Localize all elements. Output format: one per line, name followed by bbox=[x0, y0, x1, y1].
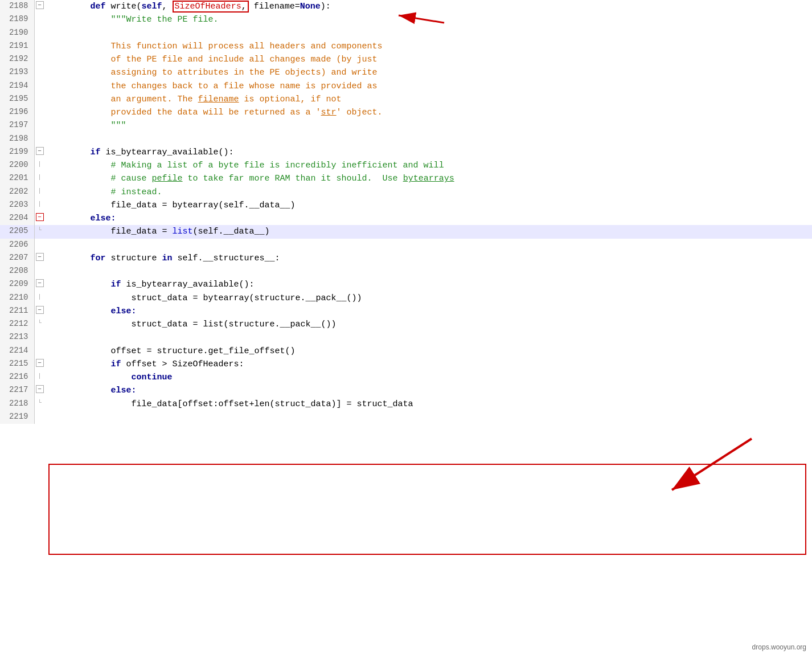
line-number: 2218 bbox=[0, 398, 34, 411]
table-row: 2192 of the PE file and include all chan… bbox=[0, 53, 812, 66]
fold-col[interactable]: − bbox=[34, 252, 45, 265]
line-number: 2210 bbox=[0, 292, 34, 305]
line-number: 2201 bbox=[0, 172, 34, 185]
fold-col[interactable]: − bbox=[34, 146, 45, 159]
table-row: 2210 | struct_data = bytearray(structure… bbox=[0, 292, 812, 305]
code-line: struct_data = list(structure.__pack__()) bbox=[45, 318, 812, 331]
fold-col bbox=[34, 53, 45, 66]
table-row: 2197 """ bbox=[0, 119, 812, 132]
fold-icon-else[interactable]: − bbox=[36, 213, 44, 221]
line-number: 2192 bbox=[0, 53, 34, 66]
fold-line: | bbox=[38, 187, 42, 194]
fold-col: | bbox=[34, 159, 45, 172]
code-line: if is_bytearray_available(): bbox=[45, 278, 812, 291]
table-row: 2211 − else: bbox=[0, 305, 812, 318]
fold-line: └ bbox=[38, 399, 42, 406]
keyword-else: else: bbox=[91, 214, 116, 223]
fold-col: | bbox=[34, 186, 45, 199]
code-line: else: bbox=[45, 305, 812, 318]
code-line: offset = structure.get_file_offset() bbox=[45, 345, 812, 358]
fold-col bbox=[34, 345, 45, 358]
line-number: 2203 bbox=[0, 199, 34, 212]
code-line: an argument. The filename is optional, i… bbox=[45, 93, 812, 106]
fold-icon[interactable]: − bbox=[36, 147, 44, 155]
param-box-inline: SizeOfHeaders, bbox=[173, 1, 249, 13]
fold-line: | bbox=[38, 373, 42, 379]
fold-col bbox=[34, 93, 45, 106]
code-line: of the PE file and include all changes m… bbox=[45, 53, 812, 66]
fold-line: | bbox=[38, 174, 42, 181]
fold-col bbox=[34, 106, 45, 119]
fold-col[interactable]: − bbox=[34, 305, 45, 318]
table-row: 2208 bbox=[0, 265, 812, 278]
line-number: 2202 bbox=[0, 186, 34, 199]
fold-col bbox=[34, 66, 45, 79]
table-row-highlighted: 2205 └ file_data = list(self.__data__) bbox=[0, 225, 812, 238]
code-container: 2188 − def write(self, SizeOfHeaders, fi… bbox=[0, 0, 812, 654]
code-line: # Making a list of a byte file is incred… bbox=[45, 159, 812, 172]
table-row: 2207 − for structure in self.__structure… bbox=[0, 252, 812, 265]
fold-icon[interactable]: − bbox=[36, 385, 44, 393]
underline-filename: filename bbox=[198, 95, 239, 104]
builtin-list: list bbox=[173, 227, 193, 236]
fold-icon[interactable]: − bbox=[36, 253, 44, 261]
fold-col bbox=[34, 265, 45, 278]
code-table: 2188 − def write(self, SizeOfHeaders, fi… bbox=[0, 0, 812, 424]
fold-col bbox=[34, 27, 45, 40]
fold-icon[interactable]: − bbox=[36, 359, 44, 367]
arrow1 bbox=[342, 3, 456, 43]
line-number: 2197 bbox=[0, 119, 34, 132]
fold-col[interactable]: − bbox=[34, 212, 45, 225]
comment-line1: # Making a list of a byte file is incred… bbox=[111, 161, 444, 170]
table-row: 2203 | file_data = bytearray(self.__data… bbox=[0, 199, 812, 212]
table-row: 2195 an argument. The filename is option… bbox=[0, 93, 812, 106]
line-number: 2212 bbox=[0, 318, 34, 331]
code-line: if offset > SizeOfHeaders: bbox=[45, 358, 812, 371]
keyword-def: def bbox=[91, 2, 106, 11]
table-row: 2212 └ struct_data = list(structure.__pa… bbox=[0, 318, 812, 331]
fold-col[interactable]: − bbox=[34, 0, 45, 13]
code-line: file_data[offset:offset+len(struct_data)… bbox=[45, 398, 812, 411]
line-number: 2207 bbox=[0, 252, 34, 265]
table-row-redbox-start: 2215 − if offset > SizeOfHeaders: bbox=[0, 358, 812, 371]
fold-icon[interactable]: − bbox=[36, 1, 44, 9]
table-row: 2200 | # Making a list of a byte file is… bbox=[0, 159, 812, 172]
fold-col: | bbox=[34, 371, 45, 384]
fold-col: └ bbox=[34, 398, 45, 411]
fold-col bbox=[34, 411, 45, 424]
line-number: 2219 bbox=[0, 411, 34, 424]
fold-col[interactable]: − bbox=[34, 384, 45, 397]
table-row: 2193 assigning to attributes in the PE o… bbox=[0, 66, 812, 79]
table-row: 2216 | continue bbox=[0, 371, 812, 384]
keyword-none: None bbox=[300, 2, 321, 11]
underline-bytearrays: bytearrays bbox=[403, 174, 454, 183]
fold-col: | bbox=[34, 292, 45, 305]
line-number: 2199 bbox=[0, 146, 34, 159]
fold-col[interactable]: − bbox=[34, 278, 45, 291]
keyword-else: else: bbox=[111, 386, 137, 395]
function-name: write bbox=[111, 2, 137, 11]
fold-icon[interactable]: − bbox=[36, 279, 44, 287]
code-line: file_data = bytearray(self.__data__) bbox=[45, 199, 812, 212]
keyword-if: if bbox=[91, 148, 101, 157]
fold-col bbox=[34, 239, 45, 252]
underline-str: str bbox=[321, 108, 337, 117]
table-row: 2201 | # cause pefile to take far more R… bbox=[0, 172, 812, 185]
docstring-line4: the changes back to a file whose name is… bbox=[111, 81, 378, 91]
code-line: the changes back to a file whose name is… bbox=[45, 80, 812, 93]
fold-col: └ bbox=[34, 225, 45, 238]
keyword-in: in bbox=[162, 254, 173, 263]
code-line bbox=[45, 411, 812, 424]
code-line: # instead. bbox=[45, 186, 812, 199]
fold-icon[interactable]: − bbox=[36, 306, 44, 314]
table-row: 2202 | # instead. bbox=[0, 186, 812, 199]
keyword-else: else: bbox=[111, 306, 137, 316]
keyword-if: if bbox=[111, 280, 121, 289]
line-number: 2198 bbox=[0, 133, 34, 146]
table-row: 2206 bbox=[0, 239, 812, 252]
docstring-line2: of the PE file and include all changes m… bbox=[111, 55, 378, 64]
line-number: 2217 bbox=[0, 384, 34, 397]
fold-col bbox=[34, 40, 45, 53]
line-number: 2215 bbox=[0, 358, 34, 371]
fold-col[interactable]: − bbox=[34, 358, 45, 371]
